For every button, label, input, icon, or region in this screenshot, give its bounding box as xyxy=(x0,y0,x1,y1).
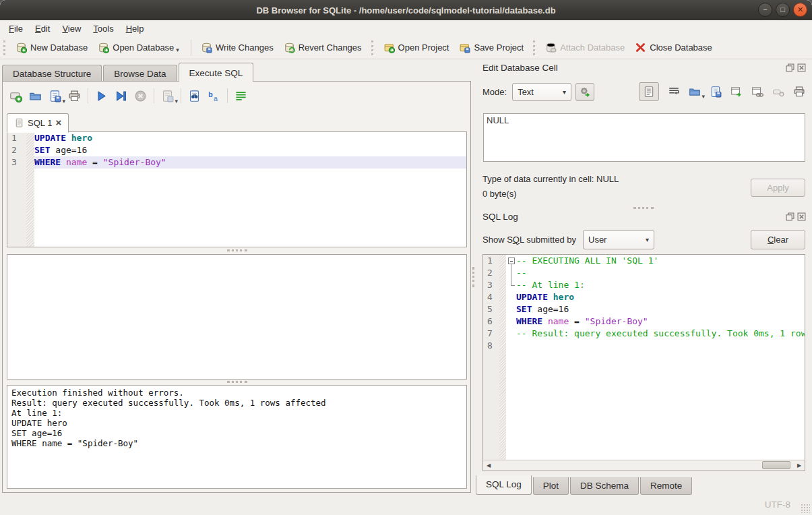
cell-value-editor[interactable]: NULL xyxy=(483,113,805,162)
execute-all-button[interactable] xyxy=(95,90,108,102)
print-button[interactable] xyxy=(68,90,81,102)
cell-word-wrap-button[interactable] xyxy=(668,86,680,98)
copy-link-button[interactable] xyxy=(751,86,763,98)
dropdown-caret-icon[interactable]: ▾ xyxy=(62,98,65,104)
fold-margin xyxy=(506,315,516,328)
menu-file[interactable]: File xyxy=(3,22,29,36)
save-project-button[interactable]: Save Project xyxy=(455,39,530,56)
export-data-button[interactable] xyxy=(710,86,722,98)
fold-margin xyxy=(506,303,516,315)
code-line[interactable]: 2-- xyxy=(483,267,805,279)
dock-tab-remote[interactable]: Remote xyxy=(640,477,692,495)
scrollbar-thumb[interactable] xyxy=(762,461,790,469)
sql-editor[interactable]: 1UPDATE hero2SET age=163WHERE name = "Sp… xyxy=(7,131,467,247)
open-project-button[interactable]: Open Project xyxy=(379,39,456,56)
code-line[interactable]: 7-- Result: query executed successfully.… xyxy=(483,328,805,340)
cell-size-info: 0 byte(s) xyxy=(482,189,517,199)
fold-collapse-icon[interactable] xyxy=(508,258,515,264)
menu-view[interactable]: View xyxy=(56,22,87,36)
resize-grip[interactable] xyxy=(801,504,810,513)
copy-link-icon xyxy=(751,86,763,98)
auto-format-button[interactable]: ba xyxy=(208,90,220,102)
execute-line-button[interactable] xyxy=(115,90,127,102)
sql-doc-tab-bar: SQL 1 × xyxy=(7,113,69,132)
menu-edit[interactable]: Edit xyxy=(29,22,56,36)
menu-tools[interactable]: Tools xyxy=(87,22,119,36)
open-sql-file-button[interactable] xyxy=(29,90,42,102)
set-null-button[interactable] xyxy=(772,86,784,98)
scroll-right-icon[interactable]: ▶ xyxy=(794,460,805,471)
attach-database-button[interactable]: Attach Database xyxy=(541,39,631,56)
find-replace-button[interactable] xyxy=(188,90,201,102)
tab-database-structure[interactable]: Database Structure xyxy=(2,65,102,82)
dock-tab-plot[interactable]: Plot xyxy=(533,477,569,495)
toolbar-drag-handle[interactable] xyxy=(371,40,375,55)
dock-tab-sql-log[interactable]: SQL Log xyxy=(476,475,532,495)
menu-help[interactable]: Help xyxy=(120,22,150,36)
minimize-button[interactable]: − xyxy=(758,3,772,17)
open-in-app-button[interactable] xyxy=(730,86,743,98)
close-button[interactable]: ✕ xyxy=(793,3,807,17)
close-panel-icon[interactable] xyxy=(797,212,806,221)
tab-browse-data[interactable]: Browse Data xyxy=(103,65,177,82)
tab-execute-sql[interactable]: Execute SQL xyxy=(179,63,254,82)
dropdown-caret-icon[interactable]: ▾ xyxy=(175,98,178,104)
splitter-cell-log[interactable] xyxy=(476,205,811,210)
app-window: DB Browser for SQLite - /home/user/code/… xyxy=(0,0,812,515)
scrollbar-track[interactable] xyxy=(494,460,794,471)
code-line[interactable]: 1UPDATE hero xyxy=(7,132,466,144)
execution-messages[interactable]: Execution finished without errors. Resul… xyxy=(7,385,467,489)
float-panel-icon[interactable] xyxy=(786,212,794,221)
code-line[interactable]: 8 xyxy=(483,340,805,352)
code-line[interactable]: 3WHERE name = "Spider-Boy" xyxy=(7,156,466,169)
new-sql-tab-button[interactable] xyxy=(9,90,22,102)
mode-select[interactable]: Text ▾ xyxy=(512,83,571,101)
results-grid[interactable] xyxy=(7,254,467,380)
log-filter-select[interactable]: User ▾ xyxy=(583,230,654,249)
splitter-left-right[interactable] xyxy=(472,267,476,287)
new-database-button[interactable]: New Database xyxy=(11,39,94,56)
apply-button[interactable]: Apply xyxy=(751,179,805,197)
maximize-button[interactable]: □ xyxy=(776,3,790,17)
revert-changes-button[interactable]: Revert Changes xyxy=(280,39,368,56)
code-line[interactable]: 6WHERE name = "Spider-Boy" xyxy=(483,315,805,328)
encoding-indicator[interactable]: UTF-8 xyxy=(765,499,790,510)
scroll-left-icon[interactable]: ◀ xyxy=(483,460,494,471)
dropdown-caret-icon[interactable]: ▾ xyxy=(701,93,705,100)
dropdown-caret-icon[interactable]: ▾ xyxy=(176,47,179,53)
write-changes-button[interactable]: Write Changes xyxy=(197,39,280,56)
stop-icon xyxy=(134,90,147,102)
line-number: 2 xyxy=(7,144,26,156)
title-bar[interactable]: DB Browser for SQLite - /home/user/code/… xyxy=(0,0,812,20)
text-mode-button[interactable] xyxy=(639,82,659,101)
toolbar-drag-handle[interactable] xyxy=(3,40,7,55)
tab-close-icon[interactable]: × xyxy=(55,119,61,127)
save-results-button[interactable]: ▾ xyxy=(161,90,174,102)
print-cell-button[interactable] xyxy=(793,86,805,98)
dock-tab-db-schema[interactable]: DB Schema xyxy=(570,477,639,495)
code-line[interactable]: 1-- EXECUTING ALL IN 'SQL 1' xyxy=(483,255,805,267)
code-line[interactable]: 2SET age=16 xyxy=(7,144,466,156)
code-line[interactable]: 5SET age=16 xyxy=(483,303,805,315)
log-horizontal-scrollbar[interactable]: ◀ ▶ xyxy=(483,460,805,471)
sql-log-view[interactable]: 1-- EXECUTING ALL IN 'SQL 1'2--3-- At li… xyxy=(482,254,805,471)
code-line[interactable]: 3-- At line 1: xyxy=(483,279,805,291)
open-database-button[interactable]: Open Database▾ xyxy=(94,39,185,56)
sql-doc-tab[interactable]: SQL 1 × xyxy=(7,113,69,133)
toolbar-drag-handle[interactable] xyxy=(533,40,536,55)
save-sql-file-button[interactable]: ▾ xyxy=(49,90,61,102)
splitter-editor-results[interactable] xyxy=(7,247,467,253)
main-tab-bar: Database StructureBrowse DataExecute SQL xyxy=(2,63,255,82)
code-line[interactable]: 4UPDATE hero xyxy=(483,291,805,303)
clear-log-button[interactable]: Clear xyxy=(751,230,805,249)
stop-button[interactable] xyxy=(134,90,147,102)
close-panel-icon[interactable] xyxy=(797,63,806,72)
svg-text:b: b xyxy=(208,90,213,98)
float-panel-icon[interactable] xyxy=(786,63,794,72)
word-wrap-icon xyxy=(235,90,247,102)
splitter-results-messages[interactable] xyxy=(7,379,467,385)
import-data-button[interactable]: ▾ xyxy=(689,86,701,98)
close-database-button[interactable]: Close Database xyxy=(631,39,718,56)
auto-switch-mode-button[interactable] xyxy=(575,83,594,101)
word-wrap-button[interactable] xyxy=(235,90,247,102)
